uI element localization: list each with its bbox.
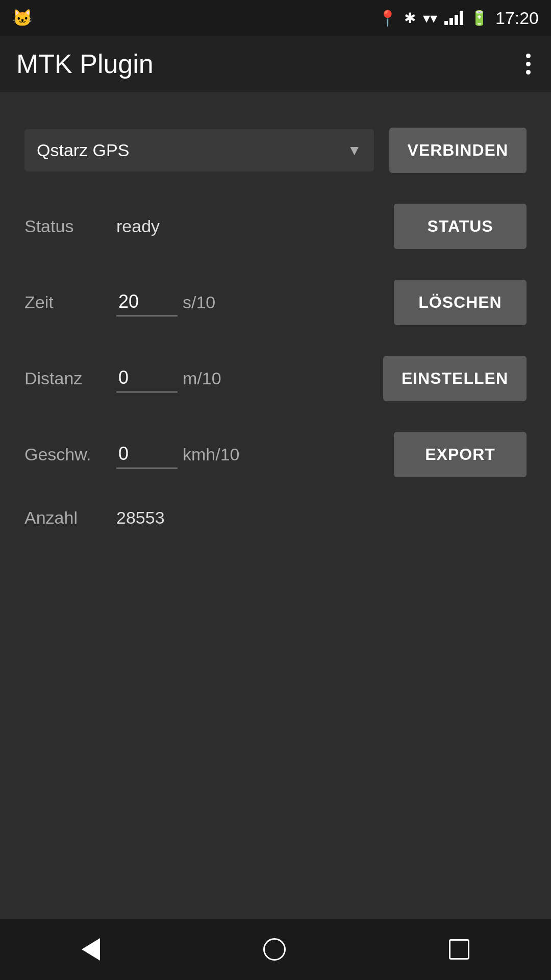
app-bar: MTK Plugin (0, 36, 551, 92)
status-row: Status ready STATUS (24, 188, 527, 264)
three-dots-icon (526, 54, 531, 75)
distanz-row: Distanz m/10 EINSTELLEN (24, 340, 527, 416)
recents-icon (449, 939, 469, 960)
anzahl-value: 28553 (116, 508, 527, 528)
bluetooth-icon: ✱ (404, 10, 416, 27)
dropdown-arrow-icon: ▼ (347, 142, 362, 159)
gps-dropdown[interactable]: Qstarz GPS ▼ (24, 129, 374, 172)
geschw-label: Geschw. (24, 445, 116, 464)
status-bar: 🐱 📍 ✱ ▾▾ 🔋 17:20 (0, 0, 551, 36)
export-button[interactable]: EXPORT (394, 432, 527, 477)
loschen-button[interactable]: LÖSCHEN (394, 280, 527, 325)
status-value: ready (116, 216, 394, 236)
status-label: Status (24, 216, 116, 236)
geschw-row: Geschw. kmh/10 EXPORT (24, 416, 527, 493)
bottom-nav (0, 919, 551, 980)
recents-button[interactable] (441, 931, 478, 968)
geschw-unit: kmh/10 (183, 445, 240, 464)
cat-icon: 🐱 (12, 8, 33, 28)
status-button[interactable]: STATUS (394, 204, 527, 249)
status-bar-right: 📍 ✱ ▾▾ 🔋 17:20 (378, 8, 539, 28)
verbinden-button[interactable]: VERBINDEN (389, 128, 527, 173)
signal-bars-icon (444, 11, 463, 25)
app-title: MTK Plugin (16, 48, 154, 79)
zeit-row: Zeit s/10 LÖSCHEN (24, 264, 527, 340)
distanz-label: Distanz (24, 369, 116, 388)
einstellen-button[interactable]: EINSTELLEN (383, 356, 527, 401)
zeit-unit: s/10 (183, 292, 215, 312)
wifi-icon: ▾▾ (423, 10, 437, 27)
zeit-input[interactable] (116, 289, 178, 316)
back-icon (82, 938, 100, 961)
zeit-label: Zeit (24, 292, 116, 312)
back-button[interactable] (73, 930, 108, 969)
status-bar-left: 🐱 (12, 8, 33, 28)
anzahl-label: Anzahl (24, 508, 116, 528)
anzahl-row: Anzahl 28553 (24, 493, 527, 543)
status-time: 17:20 (495, 8, 539, 28)
home-button[interactable] (255, 930, 294, 969)
geschw-input[interactable] (116, 441, 178, 469)
gps-dropdown-label: Qstarz GPS (37, 140, 129, 160)
distanz-unit: m/10 (183, 369, 221, 388)
overflow-menu-button[interactable] (522, 50, 535, 79)
location-icon: 📍 (378, 9, 397, 27)
main-content: Qstarz GPS ▼ VERBINDEN Status ready STAT… (0, 92, 551, 564)
distanz-input[interactable] (116, 365, 178, 393)
gps-selector-row: Qstarz GPS ▼ VERBINDEN (24, 112, 527, 188)
home-icon (263, 938, 286, 961)
battery-icon: 🔋 (470, 10, 488, 27)
